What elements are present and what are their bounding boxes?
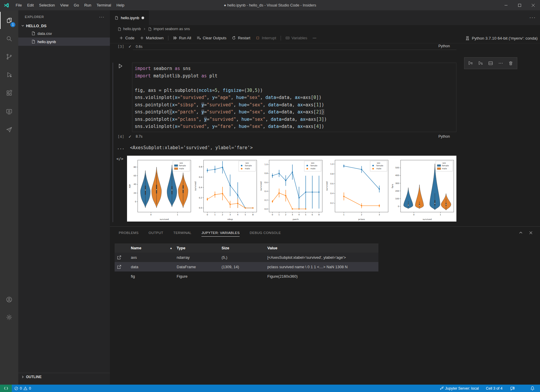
menu-go[interactable]: Go [71,0,82,10]
toolbar-interrupt[interactable]: Interrupt [253,34,279,42]
menu-selection[interactable]: Selection [36,0,57,10]
output-collapse-toggle[interactable]: ... [117,145,124,150]
menu-edit[interactable]: Edit [25,0,36,10]
activity-search-icon[interactable] [0,30,18,47]
mime-type-toggle[interactable]: </> [116,157,123,161]
svg-text:survived: survived [160,218,169,221]
svg-text:2: 2 [285,214,286,216]
breadcrumb-file[interactable]: hello.ipynb [123,27,141,31]
tab-hello-ipynb[interactable]: hello.ipynb [110,10,149,25]
svg-text:1.0: 1.0 [330,163,334,165]
toolbar-markdown[interactable]: Markdown [137,34,166,42]
panel-tab-debug-console[interactable]: DEBUG CONSOLE [250,227,281,239]
close-panel-icon[interactable] [529,231,533,235]
split-cell-icon[interactable] [486,59,495,68]
activity-remote-explorer-icon[interactable] [0,103,18,120]
cell-language[interactable]: Python [438,134,450,139]
delete-cell-icon[interactable] [506,59,515,68]
jupyter-server-status[interactable]: Jupyter Server: local [437,385,481,392]
svg-text:0.4: 0.4 [330,192,334,195]
menu-help[interactable]: Help [114,0,127,10]
toolbar-more-actions[interactable]: ⋯ [310,34,319,42]
run-above-icon[interactable] [466,59,475,68]
variable-row-data[interactable]: dataDataFrame(1309, 14)pclass survived n… [115,262,378,271]
menu-run[interactable]: Run [82,0,94,10]
variable-row-axs[interactable]: axsndarray(5,)[<AxesSubplot:xlabel='surv… [115,253,378,262]
breadcrumb-cell[interactable]: import seaborn as sns [154,27,190,31]
minimize-button[interactable] [499,0,513,10]
file-list: data.csvhello.ipynb [18,29,110,46]
remote-indicator[interactable] [0,385,12,392]
variable-name: axs [131,255,137,260]
feedback-button[interactable] [508,385,517,392]
header-name[interactable]: Name [131,246,141,250]
activity-account-icon[interactable] [0,291,18,308]
file-item-hello.ipynb[interactable]: hello.ipynb [18,38,110,46]
restart-icon [232,36,236,40]
jupyter-server-icon [440,386,444,391]
activity-send-icon[interactable] [0,121,18,138]
variable-value: pclass survived name \ 0 1 1 <…> NaN 130… [267,265,348,269]
maximize-button[interactable] [513,0,526,10]
cell-toolbar [464,57,517,69]
variable-row-fig[interactable]: figFigureFigure(2160x360) [115,271,378,281]
svg-text:100: 100 [395,198,399,200]
toolbar-separator [168,36,168,40]
menu-terminal[interactable]: Terminal [94,0,114,10]
panel-tab-jupyter-variables[interactable]: JUPYTER: VARIABLES [201,227,240,239]
open-in-data-viewer-icon[interactable] [117,265,121,269]
activity-extensions-icon[interactable] [0,84,18,102]
svg-text:1.0: 1.0 [264,163,268,166]
run-below-icon[interactable] [476,59,485,68]
toolbar-clear-outputs[interactable]: Clear Outputs [194,34,229,42]
svg-text:male: male [245,167,250,170]
code-cell-editor[interactable]: import seaborn as snsimport matplotlib.p… [132,63,456,132]
chevron-down-icon [21,24,25,28]
subplot-4-point-pclass: 0.20.40.60.81.0123pclasssurvivedsexfemal… [325,156,390,221]
activity-explorer-icon[interactable]: 1 [0,12,18,29]
chevron-right-icon [143,27,146,31]
variable-size: (5,) [222,255,227,260]
header-value[interactable]: Value [267,246,277,250]
outline-section[interactable]: OUTLINE [18,373,110,380]
panel-tab-problems[interactable]: PROBLEMS [119,227,139,239]
maximize-panel-icon[interactable] [519,231,523,235]
svg-text:sibsp: sibsp [227,218,233,221]
close-button[interactable] [526,0,540,10]
toolbar-variables[interactable]: Variables [283,34,310,42]
notifications-bell[interactable] [528,385,537,392]
svg-text:6: 6 [312,214,313,216]
svg-text:female: female [442,165,449,167]
menu-view[interactable]: View [58,0,71,10]
panel-tab-output[interactable]: OUTPUT [149,227,163,239]
header-type[interactable]: Type [177,246,185,250]
more-actions-icon[interactable] [496,59,505,68]
open-in-data-viewer-icon[interactable] [117,255,121,260]
toolbar-run-all[interactable]: Run All [170,34,194,42]
activity-run-debug-icon[interactable] [0,66,18,83]
svg-text:0.2: 0.2 [330,202,334,204]
variables-table-header[interactable]: Name▲TypeSizeValue [115,243,378,253]
run-cell-button[interactable] [118,63,123,69]
activity-settings-gear-icon[interactable] [0,309,18,326]
panel-actions [519,227,533,239]
cell-divider [133,50,456,50]
file-item-data.csv[interactable]: data.csv [18,29,110,38]
svg-text:0.8: 0.8 [330,173,334,175]
toolbar-code[interactable]: Code [116,34,137,42]
window-controls [499,0,540,10]
folder-hello-ds[interactable]: HELLO_DS [18,22,110,29]
kernel-picker[interactable]: Python 3.7.10 64-bit ('myenv': conda) [465,33,538,43]
editor-more-actions[interactable]: ··· [529,10,536,25]
dirty-indicator[interactable] [141,17,144,19]
explorer-more-actions[interactable]: ··· [99,14,105,19]
cell-position-status[interactable]: Cell 3 of 4 [484,385,505,392]
menu-file[interactable]: File [13,0,25,10]
activity-source-control-icon[interactable] [0,48,18,65]
problems-status[interactable]: 0 0 [12,385,33,392]
output-text: <AxesSubplot:xlabel='survived', ylabel='… [130,145,253,150]
prev-cell-language[interactable]: Python [438,44,450,48]
header-size[interactable]: Size [222,246,229,250]
panel-tab-terminal[interactable]: TERMINAL [173,227,191,239]
toolbar-restart[interactable]: Restart [229,34,253,42]
